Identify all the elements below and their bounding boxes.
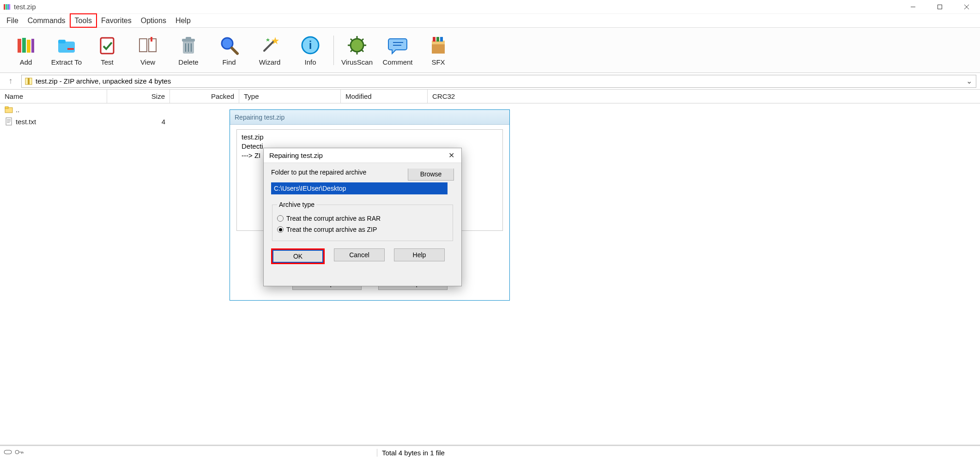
radio-rar[interactable]: Treat the corrupt archive as RAR (277, 213, 448, 224)
toolbar-find-label: Find (222, 58, 236, 66)
svg-rect-8 (18, 39, 21, 53)
trash-icon (177, 34, 200, 56)
row-parent-name: .. (0, 105, 107, 114)
pathbar: ↑ test.zip - ZIP archive, unpacked size … (0, 73, 980, 90)
svg-line-6 (964, 5, 969, 9)
maximize-button[interactable] (926, 0, 953, 14)
menu-help[interactable]: Help (171, 14, 195, 27)
toolbar-comment-label: Comment (382, 58, 412, 66)
toolbar-sfx[interactable]: SFX (418, 34, 459, 66)
svg-point-55 (15, 450, 19, 454)
col-crc32[interactable]: CRC32 (428, 90, 511, 103)
toolbar-separator (333, 36, 334, 65)
svg-line-36 (362, 50, 363, 52)
svg-rect-50 (6, 118, 12, 125)
info-icon: i (299, 34, 321, 56)
window-buttons (900, 0, 980, 14)
radio-zip[interactable]: Treat the corrupt archive as ZIP (277, 224, 448, 235)
repair-dialog: Repairing test.zip ✕ Browse Folder to pu… (263, 148, 462, 286)
svg-point-30 (351, 39, 363, 52)
svg-rect-9 (22, 38, 26, 53)
column-headers: Name Size Packed Type Modified CRC32 (0, 90, 980, 103)
svg-rect-10 (27, 40, 30, 53)
zip-icon (24, 77, 33, 85)
svg-rect-54 (4, 450, 12, 454)
svg-rect-44 (436, 37, 439, 42)
path-text: test.zip - ZIP archive, unpacked size 4 … (36, 77, 962, 85)
toolbar-info-label: Info (304, 58, 316, 66)
svg-line-37 (351, 50, 352, 52)
close-button[interactable] (953, 0, 980, 14)
repair-dialog-content: Browse Folder to put the repaired archiv… (264, 163, 461, 269)
svg-text:i: i (309, 39, 312, 51)
archive-type-group: Archive type Treat the corrupt archive a… (272, 201, 453, 241)
menubar: File Commands Tools Favorites Options He… (0, 14, 980, 28)
virus-icon (346, 34, 368, 56)
folder-extract-icon (55, 34, 78, 56)
ok-button[interactable]: OK (272, 250, 323, 263)
progress-dialog-title[interactable]: Repairing test.zip (230, 110, 509, 125)
toolbar-wizard[interactable]: Wizard (249, 34, 290, 66)
svg-rect-15 (101, 38, 114, 54)
menu-file[interactable]: File (2, 14, 23, 27)
menu-commands[interactable]: Commands (23, 14, 70, 27)
svg-rect-16 (151, 37, 152, 42)
col-name[interactable]: Name (0, 90, 107, 103)
toolbar-info[interactable]: i Info (290, 34, 331, 66)
close-icon[interactable]: ✕ (445, 150, 458, 161)
repair-dialog-buttons: OK Cancel Help (271, 248, 454, 264)
row-parent-label: .. (16, 106, 19, 114)
book-open-icon (137, 34, 159, 56)
svg-rect-41 (432, 43, 445, 54)
menu-tools[interactable]: Tools (70, 14, 97, 27)
svg-rect-13 (58, 40, 66, 43)
toolbar-virusscan[interactable]: VirusScan (337, 34, 377, 66)
radio-rar-circle (277, 215, 284, 222)
row-file-label: test.txt (16, 118, 36, 126)
toolbar-view-label: View (140, 58, 155, 66)
svg-rect-3 (9, 4, 10, 10)
col-packed[interactable]: Packed (170, 90, 239, 103)
svg-rect-19 (186, 37, 191, 40)
toolbar-comment[interactable]: Comment (377, 34, 418, 66)
toolbar-find[interactable]: Find (209, 34, 249, 66)
repair-path-input[interactable]: C:\Users\IEUser\Desktop (271, 182, 448, 194)
path-field[interactable]: test.zip - ZIP archive, unpacked size 4 … (21, 75, 976, 88)
folder-up-icon (5, 105, 13, 114)
svg-rect-14 (67, 48, 74, 50)
box-icon (427, 34, 449, 56)
repair-help-button[interactable]: Help (394, 248, 445, 261)
svg-line-7 (964, 5, 969, 9)
svg-line-25 (264, 41, 274, 51)
col-modified[interactable]: Modified (341, 90, 428, 103)
radio-zip-circle (277, 226, 284, 233)
toolbar-view[interactable]: View (127, 34, 168, 66)
svg-rect-5 (938, 5, 942, 9)
cancel-button[interactable]: Cancel (334, 248, 385, 261)
toolbar-test[interactable]: Test (87, 34, 127, 66)
svg-rect-1 (6, 4, 7, 10)
toolbar-extract[interactable]: Extract To (46, 34, 87, 66)
repair-dialog-titlebar[interactable]: Repairing test.zip ✕ (264, 148, 461, 163)
comment-icon (387, 34, 409, 56)
menu-favorites[interactable]: Favorites (97, 14, 136, 27)
chevron-down-icon[interactable]: ⌄ (965, 77, 973, 85)
svg-marker-27 (266, 38, 270, 42)
menu-options[interactable]: Options (136, 14, 171, 27)
up-button[interactable]: ↑ (4, 76, 18, 87)
svg-line-24 (232, 48, 237, 54)
toolbar-delete[interactable]: Delete (168, 34, 209, 66)
toolbar-add[interactable]: Add (6, 34, 46, 66)
key-icon (15, 449, 24, 457)
svg-rect-2 (7, 4, 9, 10)
repair-dialog-title: Repairing test.zip (269, 151, 323, 159)
progress-line-1: test.zip (242, 133, 498, 142)
col-size[interactable]: Size (107, 90, 170, 103)
text-file-icon (5, 117, 13, 126)
svg-rect-11 (31, 39, 34, 53)
radio-rar-label: Treat the corrupt archive as RAR (286, 215, 381, 222)
minimize-button[interactable] (900, 0, 926, 14)
col-type[interactable]: Type (239, 90, 341, 103)
row-file-size: 4 (107, 118, 170, 126)
browse-button[interactable]: Browse (408, 169, 454, 181)
